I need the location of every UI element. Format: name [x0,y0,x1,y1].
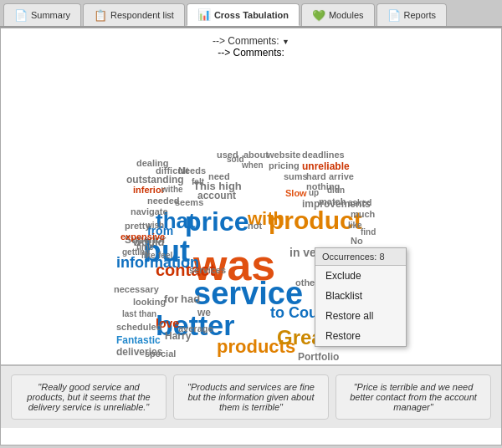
tab-respondent-label: Respondent list [110,10,174,20]
crosstab-icon: 📊 [197,8,211,21]
word-about[interactable]: about [243,150,269,160]
quote-text-1: "Really good service and products, but i… [27,382,150,412]
word-outstanding[interactable]: outstanding [126,174,184,186]
word-last-than[interactable]: last than [122,309,156,318]
context-menu-info: Occurrences: 8 [315,248,406,266]
comments-label: --> Comments: [218,47,284,59]
arrow-comments-label: --> Comments: [213,35,279,47]
word-fantastic[interactable]: Fantastic [116,334,161,346]
word-unreliable[interactable]: unreliable [302,160,350,172]
word-website[interactable]: website [267,150,300,160]
tab-modules[interactable]: 💚 Modules [301,3,375,26]
word-inferior[interactable]: inferior [133,185,165,195]
arrow-comments-btn[interactable]: --> Comments: [213,35,289,47]
quote-box-1: "Really good service and products, but i… [11,374,166,420]
word-didn[interactable]: didn [327,186,345,195]
context-menu-restore[interactable]: Restore [315,326,406,346]
word-no[interactable]: No [351,236,363,246]
quote-box-2: "Products and services are fine but the … [173,374,329,420]
word-arrive[interactable]: arrive [329,171,354,181]
content-area: --> Comments: --> Comments: wasservicebu… [0,28,502,445]
word-for[interactable]: for [164,293,178,305]
reports-icon: 📄 [387,9,401,22]
tab-cross-tabulation[interactable]: 📊 Cross Tabulation [187,3,300,26]
word-slow[interactable]: Slow [285,188,307,198]
word-wish[interactable]: wish [146,221,164,230]
word-necessary[interactable]: necessary [114,284,159,294]
word-like[interactable]: like [141,251,156,260]
tab-summary-label: Summary [31,10,70,20]
word-navigate[interactable]: navigate [131,206,168,216]
word-services[interactable]: services [189,265,226,275]
word-deadlines[interactable]: deadlines [302,150,345,160]
tab-crosstab-label: Cross Tabulation [214,10,289,20]
word-looking[interactable]: looking [133,297,166,307]
quote-box-3: "Price is terrible and we need better co… [336,374,491,420]
word-our[interactable]: our [162,359,176,361]
word-special[interactable]: special [145,349,176,359]
word-need[interactable]: need [208,171,230,181]
tabs-bar: 📄 Summary 📋 Respondent list 📊 Cross Tabu… [0,0,502,28]
word-needs[interactable]: Needs [178,165,206,176]
tab-respondent-list[interactable]: 📋 Respondent list [83,3,185,26]
word-us[interactable]: us [356,359,366,361]
word-much[interactable]: much [351,209,375,219]
word-pricing[interactable]: pricing [269,160,300,171]
context-menu-restore-all[interactable]: Restore all [315,306,406,326]
context-menu-exclude[interactable]: Exclude [315,266,406,286]
summary-icon: 📄 [14,9,28,22]
word-expensive[interactable]: expensive [120,232,165,242]
word-seems[interactable]: seems [175,197,203,207]
quote-text-3: "Price is terrible and we need better co… [350,382,477,412]
tab-summary[interactable]: 📄 Summary [3,3,81,26]
respondent-icon: 📋 [94,9,107,22]
tab-reports-label: Reports [404,10,437,20]
wordcloud-area: wasservicebutbetterpriceproductthatwithc… [9,60,493,361]
word-scheduled[interactable]: scheduled [116,322,161,332]
quote-text-2: "Products and services are fine but the … [187,382,315,412]
context-menu-blacklist[interactable]: Blacklist [315,286,406,306]
word-hard[interactable]: hard [306,171,326,181]
word-we[interactable]: we [197,307,211,318]
word-not[interactable]: not [248,221,262,231]
word-average[interactable]: average [178,323,213,333]
word-asked[interactable]: asked [348,198,371,207]
word-withe[interactable]: withe [161,185,183,194]
word-up[interactable]: up [309,188,319,197]
quotes-area: "Really good service and products, but i… [1,364,501,428]
occurrences-label: Occurrences: 8 [322,252,385,262]
comments-header: --> Comments: --> Comments: [1,28,501,60]
word-when[interactable]: when [242,160,264,170]
tab-modules-label: Modules [329,10,364,20]
word-portfolio[interactable]: Portfolio [298,351,339,361]
word-really[interactable]: really [192,359,218,361]
word-sums[interactable]: sums [284,171,308,181]
tab-reports[interactable]: 📄 Reports [376,3,448,26]
word-had[interactable]: had [181,293,200,305]
modules-icon: 💚 [312,9,325,22]
context-menu: Occurrences: 8 Exclude Blacklist Restore… [315,247,407,347]
word-feel[interactable]: feel [158,251,172,260]
word-felt[interactable]: felt [192,177,204,186]
